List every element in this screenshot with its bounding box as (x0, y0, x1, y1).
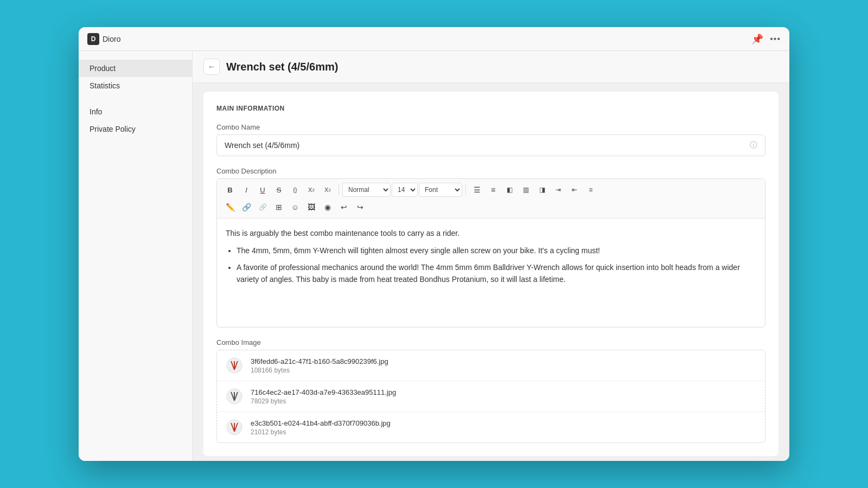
combo-name-input[interactable]: Wrench set (4/5/6mm) ⓘ (216, 134, 765, 156)
section-title-main: MAIN INFORMATION (216, 105, 765, 112)
align-right-button[interactable]: ◨ (534, 182, 550, 197)
combo-name-field: Combo Name Wrench set (4/5/6mm) ⓘ (216, 123, 765, 156)
image-info-3: e3c3b501-e024-41b4-abff-d370f709036b.jpg… (251, 419, 757, 436)
emoji-button[interactable]: ☺ (288, 200, 303, 215)
back-button[interactable]: ← (203, 59, 220, 75)
image-item-1: 3f6fedd6-a21c-47f1-b160-5a8c990239f6.jpg… (217, 350, 765, 381)
image-filename-2: 716c4ec2-ae17-403d-a7e9-43633ea95111.jpg (251, 388, 757, 396)
app-name: Dioro (103, 35, 120, 43)
app-body: Product Statistics Info Private Policy ←… (79, 51, 789, 461)
underline-button[interactable]: U (255, 182, 270, 197)
image-icon-3 (226, 419, 243, 436)
sidebar-divider (79, 94, 192, 103)
link-button[interactable]: 🔗 (239, 200, 254, 215)
image-filename-1: 3f6fedd6-a21c-47f1-b160-5a8c990239f6.jpg (251, 357, 757, 365)
combo-image-label: Combo Image (216, 338, 765, 346)
sidebar-item-statistics[interactable]: Statistics (79, 77, 192, 94)
image-upload-area[interactable]: 3f6fedd6-a21c-47f1-b160-5a8c990239f6.jpg… (216, 350, 765, 443)
italic-button[interactable]: I (239, 182, 254, 197)
sidebar-item-info[interactable]: Info (79, 103, 192, 120)
content-area: MAIN INFORMATION Combo Name Wrench set (… (193, 83, 789, 461)
indent-button[interactable]: ⇥ (551, 182, 566, 197)
justify-button[interactable]: ≡ (583, 182, 598, 197)
unlink-button[interactable]: 🔗 (255, 200, 270, 215)
undo-button[interactable]: ↩ (336, 200, 352, 215)
main-content: ← Wrench set (4/5/6mm) MAIN INFORMATION … (193, 51, 789, 461)
editor-list-item-1: The 4mm, 5mm, 6mm Y-Wrench will tighten … (237, 245, 756, 256)
code-button[interactable]: {} (288, 182, 303, 197)
highlight-button[interactable]: ◉ (320, 200, 335, 215)
combo-name-label: Combo Name (216, 123, 765, 131)
superscript-button[interactable]: X2 (304, 182, 319, 197)
main-info-card: MAIN INFORMATION Combo Name Wrench set (… (203, 92, 778, 456)
editor-toolbar: B I U S {} X2 X2 Normal (217, 179, 765, 219)
toolbar-row-2: ✏️ 🔗 🔗 ⊞ ☺ 🖼 ◉ ↩ ↪ (222, 200, 760, 215)
toolbar-divider-2 (465, 184, 466, 195)
editor-list: The 4mm, 5mm, 6mm Y-Wrench will tighten … (237, 245, 756, 285)
align-left-button[interactable]: ◧ (502, 182, 517, 197)
image-icon-2 (226, 388, 243, 405)
rich-text-editor: B I U S {} X2 X2 Normal (216, 178, 765, 328)
image-info-2: 716c4ec2-ae17-403d-a7e9-43633ea95111.jpg… (251, 388, 757, 405)
toolbar-row-1: B I U S {} X2 X2 Normal (222, 182, 760, 197)
logo-icon: D (87, 33, 99, 45)
font-size-select[interactable]: 14 12 16 18 (392, 183, 418, 197)
unordered-list-button[interactable]: ☰ (469, 182, 484, 197)
combo-image-field: Combo Image (216, 338, 765, 443)
image-size-1: 108166 bytes (251, 367, 757, 374)
redo-button[interactable]: ↪ (353, 200, 368, 215)
outdent-button[interactable]: ⇤ (567, 182, 582, 197)
sidebar-item-product[interactable]: Product (79, 60, 192, 77)
style-select[interactable]: Normal Heading 1 Heading 2 (342, 183, 391, 197)
title-bar-actions: 📌 ••• (751, 33, 781, 45)
table-button[interactable]: ⊞ (271, 200, 286, 215)
page-header: ← Wrench set (4/5/6mm) (193, 51, 789, 83)
sidebar: Product Statistics Info Private Policy (79, 51, 193, 461)
app-logo: D Dioro (87, 33, 120, 45)
image-size-2: 78029 bytes (251, 397, 757, 405)
toolbar-divider-1 (339, 184, 339, 195)
ordered-list-button[interactable]: ≡ (486, 182, 501, 197)
bold-button[interactable]: B (222, 182, 238, 197)
app-window: D Dioro 📌 ••• Product Statistics Info Pr… (79, 27, 789, 461)
image-filename-3: e3c3b501-e024-41b4-abff-d370f709036b.jpg (251, 419, 757, 427)
draw-button[interactable]: ✏️ (222, 200, 238, 215)
combo-description-label: Combo Description (216, 167, 765, 175)
image-item-3: e3c3b501-e024-41b4-abff-d370f709036b.jpg… (217, 412, 765, 442)
image-thumb-2 (225, 387, 244, 406)
image-icon-1 (226, 357, 243, 374)
image-thumb-1 (225, 356, 244, 375)
image-button[interactable]: 🖼 (304, 200, 319, 215)
editor-paragraph-1: This is arguably the best combo maintena… (226, 227, 756, 239)
strikethrough-button[interactable]: S (271, 182, 286, 197)
editor-content[interactable]: This is arguably the best combo maintena… (217, 219, 765, 327)
image-item-2: 716c4ec2-ae17-403d-a7e9-43633ea95111.jpg… (217, 381, 765, 412)
subscript-button[interactable]: X2 (320, 182, 335, 197)
image-thumb-3 (225, 418, 244, 437)
align-center-button[interactable]: ▥ (518, 182, 533, 197)
page-title: Wrench set (4/5/6mm) (226, 61, 338, 73)
image-info-1: 3f6fedd6-a21c-47f1-b160-5a8c990239f6.jpg… (251, 357, 757, 374)
input-info-icon: ⓘ (750, 140, 757, 150)
image-size-3: 21012 bytes (251, 428, 757, 436)
more-options-icon[interactable]: ••• (770, 34, 781, 44)
font-family-select[interactable]: Font Arial Georgia (419, 183, 462, 197)
editor-list-item-2: A favorite of professional mechanics aro… (237, 261, 756, 286)
title-bar: D Dioro 📌 ••• (79, 27, 789, 51)
sidebar-item-private-policy[interactable]: Private Policy (79, 120, 192, 138)
combo-description-field: Combo Description B I U S {} X2 (216, 167, 765, 328)
pin-icon[interactable]: 📌 (751, 33, 763, 45)
